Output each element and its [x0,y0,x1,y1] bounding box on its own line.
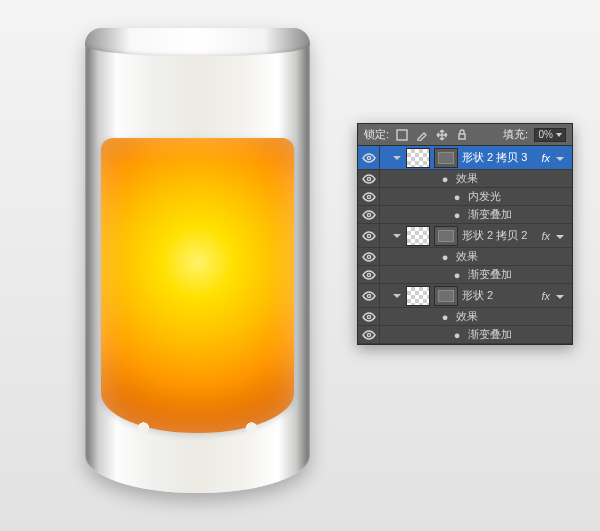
visibility-toggle[interactable] [358,206,380,224]
effect-row[interactable]: ● 渐变叠加 [358,206,572,224]
effect-name: 渐变叠加 [468,207,512,222]
lock-brush-icon[interactable] [415,128,429,142]
effect-name: 内发光 [468,189,501,204]
bullet-icon: ● [440,173,450,185]
layer-name[interactable]: 形状 2 [462,288,537,303]
svg-point-5 [367,213,370,216]
layers-list: 形状 2 拷贝 3 fx ● 效果 ● 内发光 ● 渐变叠加 [358,146,572,344]
layer-name[interactable]: 形状 2 拷贝 3 [462,150,537,165]
effect-row[interactable]: ● 渐变叠加 [358,326,572,344]
svg-point-4 [367,195,370,198]
fill-value-dropdown[interactable]: 0% [534,128,566,142]
visibility-toggle[interactable] [358,224,380,248]
effects-header-row: ● 效果 [358,248,572,266]
visibility-toggle[interactable] [358,284,380,308]
canvas-glass-shape [85,28,310,493]
lock-transparent-icon[interactable] [395,128,409,142]
layers-panel-header: 锁定: 填充: 0% [358,124,572,146]
layer-name[interactable]: 形状 2 拷贝 2 [462,228,537,243]
effect-name: 渐变叠加 [468,267,512,282]
layer-row[interactable]: 形状 2 拷贝 2 fx [358,224,572,248]
svg-point-6 [367,234,370,237]
effects-header-row: ● 效果 [358,170,572,188]
lock-all-icon[interactable] [455,128,469,142]
svg-point-9 [367,294,370,297]
layer-mask-thumbnail[interactable] [434,226,458,246]
fx-badge: fx [541,152,550,164]
effects-header-row: ● 效果 [358,308,572,326]
expand-toggle[interactable] [392,232,402,240]
visibility-toggle[interactable] [358,170,380,188]
bullet-icon: ● [452,209,462,221]
svg-point-11 [367,333,370,336]
layer-row[interactable]: 形状 2 拷贝 3 fx [358,146,572,170]
fx-expand-icon[interactable] [556,153,566,163]
svg-point-8 [367,273,370,276]
bullet-icon: ● [452,269,462,281]
effect-name: 渐变叠加 [468,327,512,342]
fill-label: 填充: [503,127,528,142]
expand-toggle[interactable] [392,292,402,300]
fx-badge: fx [541,230,550,242]
fill-value: 0% [539,129,553,140]
svg-rect-0 [397,130,407,140]
layer-mask-thumbnail[interactable] [434,148,458,168]
effects-label: 效果 [456,249,478,264]
effect-row[interactable]: ● 渐变叠加 [358,266,572,284]
layer-mask-thumbnail[interactable] [434,286,458,306]
svg-point-3 [367,177,370,180]
svg-rect-1 [459,134,465,139]
fx-expand-icon[interactable] [556,231,566,241]
lock-move-icon[interactable] [435,128,449,142]
bullet-icon: ● [452,191,462,203]
canvas-liquid-shape [101,138,294,433]
layer-thumbnail[interactable] [406,226,430,246]
effect-row[interactable]: ● 内发光 [358,188,572,206]
svg-point-7 [367,255,370,258]
bullet-icon: ● [440,251,450,263]
layer-thumbnail[interactable] [406,286,430,306]
effects-label: 效果 [456,171,478,186]
visibility-toggle[interactable] [358,308,380,326]
visibility-toggle[interactable] [358,146,380,170]
visibility-toggle[interactable] [358,248,380,266]
visibility-toggle[interactable] [358,266,380,284]
layer-row[interactable]: 形状 2 fx [358,284,572,308]
layers-panel: 锁定: 填充: 0% 形状 2 拷贝 3 fx ● 效果 [357,123,573,345]
svg-point-2 [367,156,370,159]
layer-thumbnail[interactable] [406,148,430,168]
bullet-icon: ● [452,329,462,341]
fx-expand-icon[interactable] [556,291,566,301]
visibility-toggle[interactable] [358,326,380,344]
expand-toggle[interactable] [392,154,402,162]
fx-badge: fx [541,290,550,302]
visibility-toggle[interactable] [358,188,380,206]
bullet-icon: ● [440,311,450,323]
svg-point-10 [367,315,370,318]
effects-label: 效果 [456,309,478,324]
lock-label: 锁定: [364,127,389,142]
